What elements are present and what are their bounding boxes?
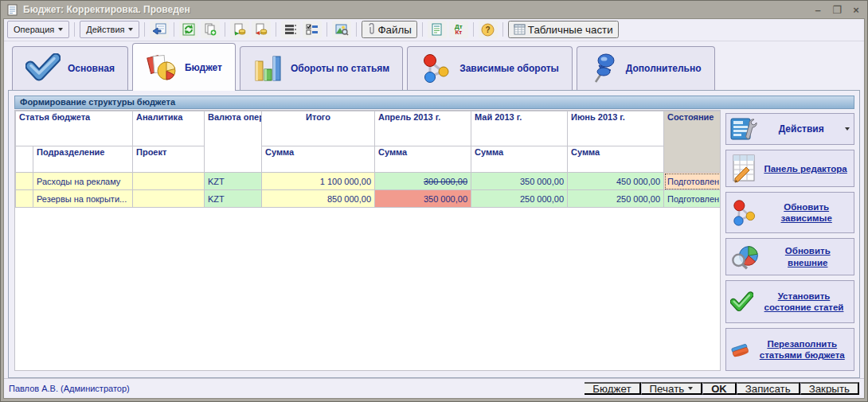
post-document-button[interactable] <box>230 21 249 38</box>
molecule-icon <box>730 196 758 229</box>
report-button[interactable] <box>428 21 447 38</box>
tab-strip: Основная Бюджет Обороты по статьям Завис… <box>4 41 864 90</box>
col-header-article[interactable]: Статья бюджета <box>16 111 133 146</box>
budget-pie-icon <box>146 52 178 84</box>
col-header-tree[interactable] <box>16 146 33 173</box>
operation-menu-button[interactable]: Операция <box>7 21 69 38</box>
cell-april-highlighted[interactable]: 350 000,00 <box>375 190 471 208</box>
side-panel: Действия Панель редактора Обновить завис… <box>725 110 854 371</box>
cell-total[interactable]: 1 100 000,00 <box>262 173 375 190</box>
editor-panel-button[interactable]: Панель редактора <box>725 150 854 187</box>
col-header-total[interactable]: Итого <box>262 111 375 146</box>
header-row-1: Статья бюджета Аналитика Валюта операции… <box>16 111 721 146</box>
toolbar-separator <box>473 22 474 37</box>
col-header-sum-june[interactable]: Сумма <box>568 146 664 173</box>
toolbar: Операция Действия <box>4 19 864 41</box>
side-actions-button[interactable]: Действия <box>725 113 854 145</box>
col-header-june[interactable]: Июнь 2013 г. <box>568 111 664 146</box>
table-row: Резервы на покрыти... KZT 850 000,00 350… <box>16 190 721 208</box>
unpost-doc-icon <box>255 23 268 36</box>
report-icon <box>431 23 443 36</box>
cell-project[interactable] <box>133 190 205 208</box>
close-button[interactable]: × <box>850 4 862 16</box>
spreadsheet-pencil-icon <box>730 154 759 184</box>
post-doc-icon <box>233 23 246 36</box>
col-header-department[interactable]: Подразделение <box>33 146 133 173</box>
tab-dependent-turnover[interactable]: Зависимые обороты <box>407 46 573 90</box>
close-form-button[interactable]: Закрыть <box>800 382 859 395</box>
cell-may[interactable]: 250 000,00 <box>471 190 568 208</box>
help-icon: ? <box>481 23 495 37</box>
cell-total[interactable]: 850 000,00 <box>262 190 375 208</box>
cell-state-selected[interactable]: Подготовлен <box>664 173 721 190</box>
budget-bottom-button[interactable]: Бюджет <box>585 382 640 395</box>
col-header-sum-total[interactable]: Сумма <box>262 146 375 173</box>
cell-tree[interactable] <box>16 190 33 208</box>
print-button[interactable]: Печать <box>641 382 703 395</box>
structure-button[interactable] <box>281 21 300 38</box>
cell-currency[interactable]: KZT <box>205 190 262 208</box>
col-header-state[interactable]: Состояние <box>664 111 721 173</box>
chevron-down-icon <box>128 28 133 31</box>
save-button[interactable]: Записать <box>737 382 800 395</box>
col-header-may[interactable]: Май 2013 г. <box>471 111 568 146</box>
dt-kt-button[interactable]: Дт Кт <box>449 21 468 38</box>
col-header-april[interactable]: Апрель 2013 г. <box>375 111 471 146</box>
col-header-sum-april[interactable]: Сумма <box>375 146 471 173</box>
maximize-button[interactable]: ❐ <box>831 4 843 16</box>
budget-tab-content: Формирование структуры бюджета Статья бю… <box>8 90 860 378</box>
status-bar: Павлов А.В. (Администратор) Бюджет Печат… <box>4 378 864 398</box>
cell-state[interactable]: Подготовлен <box>664 190 721 208</box>
list-settings-button[interactable] <box>303 21 322 38</box>
picture-view-button[interactable] <box>332 21 351 38</box>
form-wrench-icon <box>730 116 757 142</box>
reread-button[interactable] <box>150 21 169 38</box>
help-button[interactable]: ? <box>479 21 498 38</box>
cell-tree[interactable] <box>16 173 33 190</box>
refresh-icon <box>182 23 195 36</box>
table-parts-button[interactable]: Табличные части <box>508 21 619 38</box>
budget-table-zone[interactable]: Статья бюджета Аналитика Валюта операции… <box>14 110 721 371</box>
pushpin-icon <box>590 53 619 84</box>
col-header-project[interactable]: Проект <box>133 146 205 173</box>
cell-article[interactable]: Резервы на покрыти... <box>33 190 133 208</box>
files-button[interactable]: Файлы <box>362 21 416 38</box>
cell-currency[interactable]: KZT <box>205 173 262 190</box>
toolbar-separator <box>422 22 423 37</box>
cell-june[interactable]: 450 000,00 <box>568 173 664 190</box>
unpost-document-button[interactable] <box>252 21 271 38</box>
cell-may[interactable]: 350 000,00 <box>471 173 568 190</box>
chevron-down-icon <box>845 127 850 131</box>
tab-budget[interactable]: Бюджет <box>132 43 236 91</box>
toolbar-separator <box>144 22 145 37</box>
ok-button[interactable]: OK <box>702 382 737 395</box>
col-header-sum-may[interactable]: Сумма <box>471 146 568 173</box>
cell-june[interactable]: 250 000,00 <box>568 190 664 208</box>
col-header-analytics[interactable]: Аналитика <box>133 111 205 146</box>
actions-menu-button[interactable]: Действия <box>80 21 139 38</box>
refresh-dependent-button[interactable]: Обновить зависимые <box>725 192 854 233</box>
toolbar-separator <box>74 22 75 37</box>
cell-april-strikethrough[interactable]: 300 000,00 <box>375 173 471 190</box>
panel-title: Формирование структуры бюджета <box>14 96 854 109</box>
tab-main[interactable]: Основная <box>12 46 128 90</box>
cell-article[interactable]: Расходы на рекламу <box>33 173 133 190</box>
copy-add-button[interactable] <box>201 21 220 38</box>
refresh-external-button[interactable]: Обновить внешние <box>725 238 854 275</box>
refresh-button[interactable] <box>179 21 198 38</box>
minimize-button[interactable]: – <box>812 4 823 16</box>
refill-articles-button[interactable]: Перезаполнить статьями бюджета <box>725 328 854 371</box>
green-checkmark-icon <box>730 286 753 318</box>
current-user-label: Павлов А.В. (Администратор) <box>9 384 585 393</box>
cell-project[interactable] <box>133 173 205 190</box>
title-bar: Бюджет: Корректировка. Проведен – ❐ × <box>3 1 865 18</box>
set-article-state-button[interactable]: Установить состояние статей <box>725 280 854 323</box>
tab-additional[interactable]: Дополнительно <box>577 46 715 90</box>
toolbar-separator <box>276 22 276 37</box>
col-header-currency[interactable]: Валюта операции <box>205 111 262 173</box>
picture-magnifier-icon <box>335 23 349 36</box>
app-window: Бюджет: Корректировка. Проведен – ❐ × Оп… <box>0 0 868 402</box>
list-rows-icon <box>284 23 297 36</box>
svg-text:?: ? <box>486 25 491 34</box>
tab-turnover-by-articles[interactable]: Обороты по статьям <box>240 46 403 90</box>
